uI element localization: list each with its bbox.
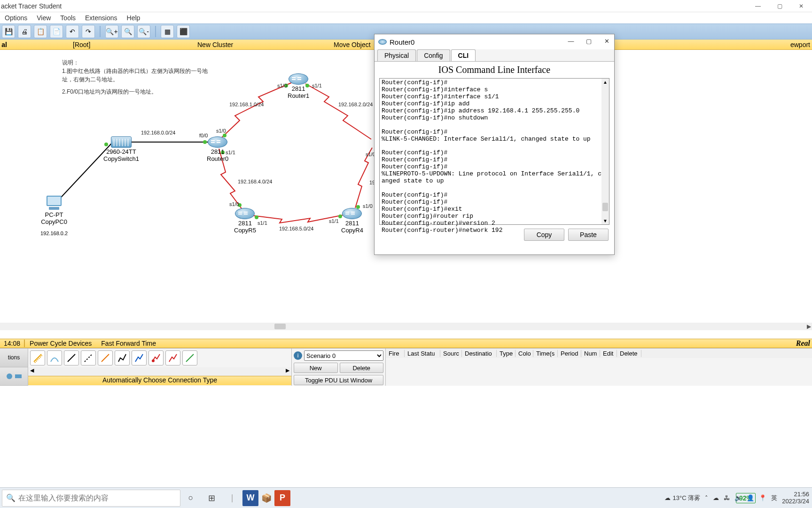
tab-config[interactable]: Config [417, 49, 450, 61]
menu-extensions[interactable]: Extensions [81, 13, 121, 23]
device-switch1[interactable]: 2960-24TTCopySwitch1 [103, 136, 139, 163]
network-icon[interactable]: 🖧 [724, 494, 730, 501]
search-input[interactable] [18, 494, 180, 502]
tray-up-icon[interactable]: ˄ [705, 494, 708, 501]
scroll-down-icon[interactable]: ▼ [603, 218, 608, 223]
maximize-icon[interactable]: ▢ [583, 36, 594, 46]
toggle-pdu-button[interactable]: Toggle PDU List Window [294, 375, 383, 385]
scroll-up-icon[interactable]: ▲ [603, 79, 608, 85]
switch-icon [111, 136, 132, 148]
col-delete[interactable]: Delete [617, 350, 641, 357]
print-icon[interactable]: 🖨 [18, 25, 31, 38]
new-button[interactable]: New [294, 363, 338, 373]
col-type[interactable]: Type [497, 350, 515, 357]
zoom-in-icon[interactable]: 🔍+ [105, 25, 118, 38]
router0-window[interactable]: Router0 — ▢ ✕ Physical Config CLI IOS Co… [374, 34, 615, 255]
window-titlebar[interactable]: Router0 — ▢ ✕ [375, 34, 614, 49]
device-r4[interactable]: 2811CopyR4 [341, 208, 363, 234]
fast-forward-button[interactable]: Fast Forward Time [96, 340, 161, 347]
nav-new-cluster[interactable]: New Cluster [197, 41, 233, 48]
task-view-icon[interactable]: ⊞ [201, 488, 222, 508]
palette-icon[interactable]: ▦ [161, 25, 174, 38]
nav-viewport[interactable]: ewport [790, 41, 810, 48]
zoom-reset-icon[interactable]: 🔍 [121, 25, 134, 38]
conn-serial-dce-icon[interactable] [148, 350, 164, 365]
device-name: Router1 [288, 92, 309, 99]
menu-view[interactable]: View [33, 13, 55, 23]
connections-group[interactable]: tions [0, 349, 28, 367]
packet-tracer-icon[interactable]: 📦 [258, 490, 274, 506]
close-icon[interactable]: ✕ [790, 0, 812, 12]
menu-options[interactable]: Options [1, 13, 31, 23]
col-period[interactable]: Period [558, 350, 581, 357]
conn-crossover-icon[interactable] [81, 350, 96, 365]
location-icon[interactable]: 📍 [759, 494, 766, 501]
col-src[interactable]: Sourc [440, 350, 462, 357]
weather-icon: ☁ [664, 494, 671, 501]
col-num[interactable]: Num [581, 350, 600, 357]
taskbar-clock[interactable]: 21:56 2022/3/24 [782, 491, 809, 505]
undo-icon[interactable]: ↶ [66, 25, 79, 38]
router-icon [289, 73, 308, 85]
powerpoint-icon[interactable]: P [274, 490, 290, 506]
cli-output[interactable]: Router(config-if)# Router(config-if)#int… [380, 79, 609, 235]
col-time[interactable]: Time(s [533, 350, 558, 357]
svg-line-6 [186, 354, 194, 362]
conn-console-icon[interactable] [47, 350, 62, 365]
conn-fiber-icon[interactable] [98, 350, 113, 365]
scenario-panel: i Scenario 0 New Delete Toggle PDU List … [291, 349, 385, 386]
nav-move-object[interactable]: Move Object [334, 41, 371, 48]
taskbar-search[interactable]: 🔍 [2, 490, 180, 507]
realtime-label[interactable]: Real [796, 339, 810, 348]
weather-widget[interactable]: ☁ 13°C 薄雾 [664, 494, 700, 502]
conn-coax-icon[interactable] [132, 350, 147, 365]
ime-indicator[interactable]: 英 [771, 494, 777, 502]
conn-straight-icon[interactable] [64, 350, 79, 365]
connection-types [28, 349, 291, 367]
scenario-select[interactable]: Scenario 0 [304, 350, 383, 361]
cli-scrollbar[interactable]: ▲ ▼ [601, 79, 609, 224]
app-title: acket Tracer Student [1, 2, 62, 10]
tab-cli[interactable]: CLI [451, 49, 476, 61]
minimize-icon[interactable]: — [747, 0, 769, 12]
save-icon[interactable]: 💾 [2, 25, 15, 38]
col-last[interactable]: Last Statu [405, 350, 440, 357]
onedrive-icon[interactable]: ☁ [713, 494, 719, 501]
col-dst[interactable]: Destinatio [462, 350, 497, 357]
menu-tools[interactable]: Tools [56, 13, 79, 23]
info-icon[interactable]: i [294, 351, 302, 360]
menu-help[interactable]: Help [123, 13, 144, 23]
redo-icon[interactable]: ↷ [82, 25, 95, 38]
scrollbar-thumb[interactable] [602, 203, 608, 211]
zoom-out-icon[interactable]: 🔍- [137, 25, 150, 38]
device-router1[interactable]: 2811Router1 [288, 73, 309, 100]
col-fire[interactable]: Fire [386, 350, 405, 357]
volume-icon[interactable]: 🔉 [734, 494, 742, 501]
custom-device-icon[interactable]: ⬛ [177, 25, 190, 38]
device-r5[interactable]: 2811CopyR5 [234, 208, 256, 234]
tab-physical[interactable]: Physical [377, 49, 416, 61]
conn-octal-icon[interactable] [182, 350, 197, 365]
conn-scrollbar[interactable]: ◀▶ [28, 367, 291, 376]
copy-icon[interactable]: 📋 [34, 25, 47, 38]
col-color[interactable]: Colo [515, 350, 533, 357]
paste-icon[interactable]: 📄 [50, 25, 63, 38]
cli-textarea[interactable]: Router(config-if)# Router(config-if)#int… [379, 78, 609, 225]
canvas-hscrollbar[interactable]: ▶ [0, 323, 812, 330]
device-pc0[interactable]: PC-PTCopyPC0 192.168.0.2 [40, 196, 68, 236]
conn-phone-icon[interactable] [115, 350, 130, 365]
close-icon[interactable]: ✕ [601, 36, 612, 46]
cortana-icon[interactable]: ○ [180, 488, 201, 508]
col-edit[interactable]: Edit [600, 350, 617, 357]
minimize-icon[interactable]: — [565, 36, 577, 46]
conn-serial-dte-icon[interactable] [165, 350, 180, 365]
people-icon[interactable]: 👤 [747, 494, 754, 501]
conn-auto-icon[interactable] [30, 350, 45, 365]
svg-point-0 [7, 373, 12, 379]
delete-button[interactable]: Delete [340, 363, 384, 373]
device-subgroup[interactable] [0, 367, 28, 386]
power-cycle-button[interactable]: Power Cycle Devices [25, 340, 96, 347]
maximize-icon[interactable]: ▢ [769, 0, 790, 12]
word-icon[interactable]: W [242, 490, 258, 506]
nav-root[interactable]: [Root] [73, 41, 90, 48]
